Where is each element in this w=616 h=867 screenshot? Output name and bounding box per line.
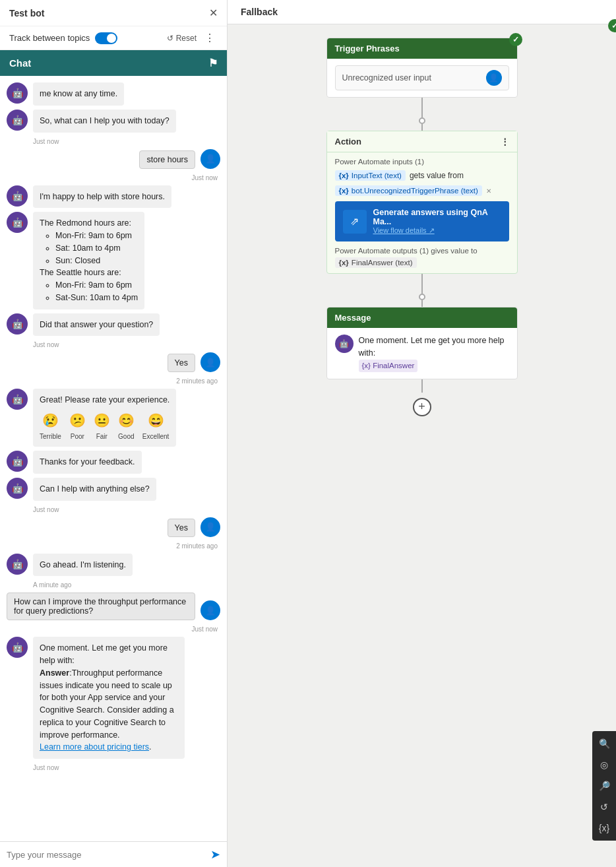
add-node-button[interactable]: + [413, 398, 431, 416]
timestamp: Just now [33, 341, 220, 348]
rating-fair[interactable]: 😐 Fair [94, 410, 110, 441]
bot-message-2: 🤖 So, what can I help you with today? [7, 110, 220, 133]
bot-bubble-list: The Redmond hours are: Mon-Fri: 9am to 6… [33, 212, 144, 309]
bot-bubble: One moment. Let me get you more help wit… [33, 637, 185, 759]
top-bar: Test bot ✕ [0, 0, 227, 26]
user-avatar: 👤 [200, 149, 220, 169]
bot-avatar: 🤖 [7, 313, 28, 335]
zoom-out-button[interactable]: 🔎 [594, 776, 614, 796]
bot-avatar: 🤖 [7, 637, 28, 658]
user-bubble: Yes [168, 354, 195, 372]
close-button[interactable]: ✕ [209, 7, 218, 19]
timestamp: Just now [33, 138, 220, 145]
bot-bubble: I'm happy to help with store hours. [33, 185, 171, 209]
rating-terrible[interactable]: 😢 Terrible [40, 410, 61, 441]
connector-dot-1 [419, 117, 425, 124]
chat-title: Chat [9, 57, 31, 69]
flow-area: Trigger Phrases ✓ Unrecognized user inpu… [228, 24, 616, 867]
connector-line-4 [421, 300, 423, 307]
bot-message-10: 🤖 One moment. Let me get you more help w… [7, 637, 220, 759]
rating-poor[interactable]: 😕 Poor [69, 410, 86, 441]
user-bubble: Yes [168, 519, 195, 537]
left-panel: Test bot ✕ Track between topics ↺ Reset … [0, 0, 228, 867]
bot-message-8: 🤖 Can I help with anything else? [7, 478, 220, 501]
code-button[interactable]: {x} [594, 818, 614, 838]
gen-icon: ⇗ [343, 210, 367, 234]
trigger-phrases-card: Trigger Phrases ✓ Unrecognized user inpu… [326, 38, 518, 98]
bot-title: Test bot [9, 8, 44, 18]
user-message-1: store hours 👤 [7, 149, 220, 169]
bot-avatar: 🤖 [7, 185, 28, 207]
pa-outputs-section: Power Automate outputs (1) gives value t… [335, 247, 509, 268]
message-header: Message ✓ [327, 307, 517, 328]
right-title: Fallback [228, 0, 616, 24]
bot-avatar: 🤖 [7, 82, 28, 104]
chat-header: Chat ⚑ [0, 50, 227, 76]
view-flow-link[interactable]: View flow details ↗ [373, 226, 501, 235]
pricing-link[interactable]: Learn more about pricing tiers [40, 742, 149, 752]
connector-line-5 [421, 379, 423, 393]
bot-avatar: 🤖 [7, 478, 28, 499]
connector-line-3 [421, 274, 423, 294]
track-toggle[interactable] [95, 32, 117, 44]
message-card: Message ✓ 🤖 One moment. Let me get you m… [326, 307, 518, 379]
timestamp: Just now [7, 626, 220, 633]
generate-card: ⇗ Generate answers using QnA Ma... View … [335, 201, 509, 241]
bot-message-6: 🤖 Great! Please rate your experience. 😢 … [7, 389, 220, 447]
action-more[interactable]: ⋮ [501, 137, 509, 146]
bot-bubble: me know at any time. [33, 82, 124, 106]
flow-toolbar: 🔍 ◎ 🔎 ↺ {x} [592, 731, 616, 841]
timestamp: Just now [33, 506, 220, 513]
bot-avatar: 🤖 [7, 212, 28, 233]
send-button[interactable]: ➤ [210, 847, 220, 862]
user-message-3: Yes 👤 [7, 517, 220, 537]
reset-icon: ↺ [167, 34, 173, 43]
user-avatar: 👤 [200, 517, 220, 537]
bot-bubble: Great! Please rate your experience. 😢 Te… [33, 389, 176, 447]
pa-outputs-title: Power Automate outputs (1) gives value t… [335, 247, 509, 255]
center-button[interactable]: ◎ [594, 755, 614, 775]
bot-bubble: Go ahead. I'm listening. [33, 554, 133, 577]
msg-bot-avatar: 🤖 [335, 335, 354, 353]
chip-close-button[interactable]: ✕ [486, 187, 491, 195]
reset-button[interactable]: ↺ Reset [167, 34, 197, 43]
right-panel: Fallback Trigger Phrases ✓ Unrecognized … [228, 0, 616, 867]
action-header: Action ⋮ [327, 131, 517, 152]
timestamp: Just now [7, 174, 220, 181]
zoom-in-button[interactable]: 🔍 [594, 734, 614, 754]
message-text: One moment. Let me get you more help wit… [359, 335, 509, 372]
undo-button[interactable]: ↺ [594, 797, 614, 817]
user-bubble: store hours [139, 150, 195, 169]
trigger-phrases-body: Unrecognized user input 👤 [327, 59, 517, 97]
message-input[interactable] [7, 850, 210, 860]
bot-bubble: So, what can I help you with today? [33, 110, 176, 133]
connector-dot-2 [419, 294, 425, 300]
pa-inputs-title: Power Automate inputs (1) [335, 158, 509, 166]
timestamp: A minute ago [33, 581, 220, 589]
user-bubble: How can I improve the throughput perform… [7, 593, 195, 620]
bot-avatar: 🤖 [7, 110, 28, 131]
chat-area[interactable]: 🤖 me know at any time. 🤖 So, what can I … [0, 76, 227, 841]
rating-excellent[interactable]: 😄 Excellent [142, 410, 169, 441]
more-options-button[interactable]: ⋮ [202, 32, 218, 44]
input-bar: ➤ [0, 841, 227, 867]
user-message-4: How can I improve the throughput perform… [7, 593, 220, 620]
trigger-input-row: Unrecognized user input 👤 [335, 65, 509, 90]
check-badge-2: ✓ [608, 19, 616, 32]
bot-bubble: Can I help with anything else? [33, 478, 156, 501]
bot-message-3: 🤖 I'm happy to help with store hours. [7, 185, 220, 209]
track-label: Track between topics [9, 33, 90, 43]
connector-line-1 [421, 98, 423, 117]
bot-bubble: Thanks for your feedback. [33, 451, 142, 474]
timestamp: 2 minutes ago [7, 377, 220, 385]
bot-message-1: 🤖 me know at any time. [7, 82, 220, 106]
connector-line-2 [421, 124, 423, 131]
user-avatar: 👤 [200, 352, 220, 372]
timestamp: Just now [33, 764, 220, 771]
output-chip: {x} FinalAnswer (text) [335, 257, 417, 268]
action-card: Action ⋮ Power Automate inputs (1) {x} I… [326, 131, 518, 274]
final-answer-chip: {x} FinalAnswer [359, 360, 418, 372]
rating-good[interactable]: 😊 Good [118, 410, 135, 441]
timestamp: 2 minutes ago [7, 542, 220, 550]
bot-avatar: 🤖 [7, 389, 28, 410]
